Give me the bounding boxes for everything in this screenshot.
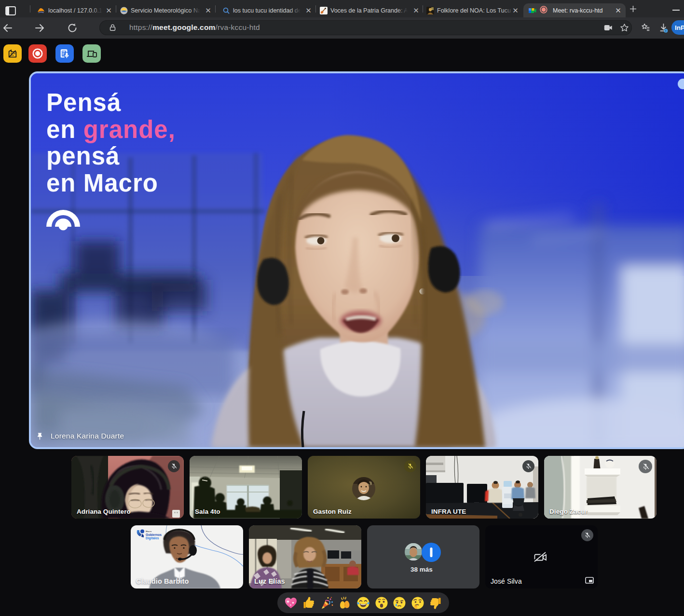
svg-text:i: i (665, 29, 666, 32)
svg-text:Gobiernos: Gobiernos (146, 533, 162, 536)
svg-text:Digitales: Digitales (146, 536, 159, 540)
svg-text:Macro: Macro (146, 530, 152, 533)
